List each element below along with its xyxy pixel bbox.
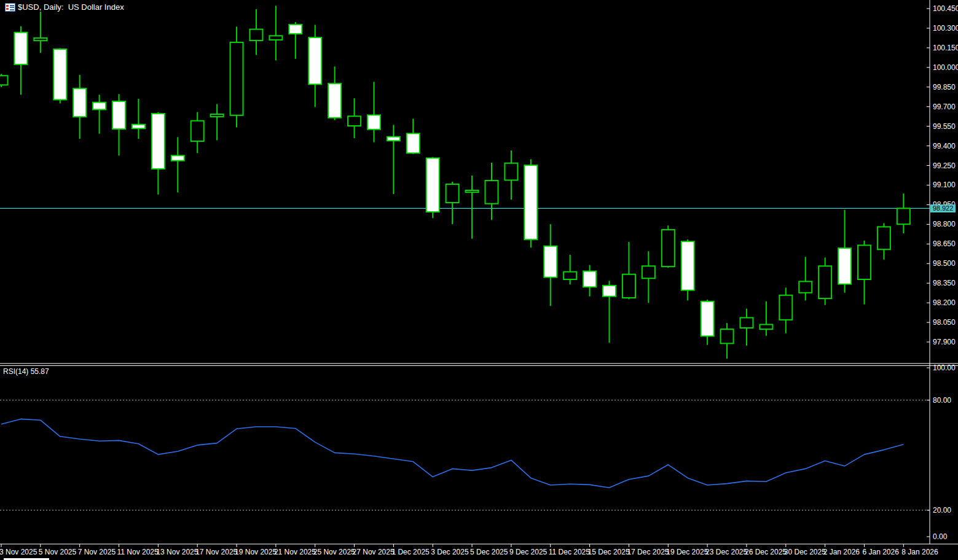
time-axis-label: 5 Dec 2025 — [470, 548, 508, 556]
candle-body-bear — [681, 241, 694, 290]
price-axis-label: 98.800 — [933, 220, 956, 228]
time-axis-label: 7 Nov 2025 — [78, 548, 116, 556]
time-axis-label: 5 Nov 2025 — [39, 548, 77, 556]
candle — [622, 242, 635, 299]
candle — [583, 265, 596, 297]
time-axis-label: 25 Nov 2025 — [313, 548, 355, 556]
candle — [760, 301, 772, 336]
candle-body-bull — [191, 121, 204, 141]
candle-body-bull — [662, 230, 675, 266]
candle-body-bull — [211, 114, 224, 117]
candle — [0, 74, 8, 87]
candle — [132, 99, 145, 139]
candle — [466, 176, 479, 239]
candle — [799, 257, 812, 300]
time-axis-label: 11 Nov 2025 — [117, 548, 159, 556]
time-axis-label: 21 Nov 2025 — [274, 548, 316, 556]
price-axis-label: 99.400 — [933, 142, 956, 150]
price-axis-label: 98.650 — [933, 239, 956, 248]
candle-body-bear — [73, 88, 86, 117]
time-axis-label: 19 Dec 2025 — [666, 548, 708, 556]
candle — [269, 6, 282, 60]
candle-body-bull — [819, 266, 831, 298]
candle-body-bull — [760, 324, 772, 329]
candle-body-bull — [249, 29, 262, 41]
time-axis-label: 26 Dec 2025 — [745, 548, 787, 556]
candle — [211, 104, 224, 140]
candle — [819, 257, 831, 305]
price-axis-label: 98.050 — [933, 318, 956, 327]
price-axis-label: 99.850 — [933, 83, 956, 91]
time-axis-label: 23 Dec 2025 — [705, 548, 747, 556]
price-axis-label: 98.350 — [933, 279, 956, 287]
candle — [446, 182, 459, 224]
candle-body-bull — [799, 281, 812, 292]
candle-body-bear — [93, 103, 106, 110]
time-axis-label: 1 Dec 2025 — [391, 548, 430, 556]
candle — [681, 239, 694, 300]
candle — [348, 98, 361, 138]
price-axis-label: 98.200 — [933, 298, 956, 307]
candle — [858, 241, 871, 305]
candle-body-bear — [387, 137, 400, 141]
bid-price-badge: 98.922 — [930, 204, 956, 212]
candle-body-bear — [426, 158, 439, 212]
candle — [387, 125, 400, 194]
candle — [152, 112, 165, 195]
candle-body-bear — [328, 84, 341, 118]
rsi-axis-label: 0.00 — [933, 532, 948, 541]
candle — [662, 225, 675, 268]
price-axis-label: 97.900 — [933, 338, 956, 346]
time-axis-label: 2 Jan 2026 — [823, 548, 860, 556]
candle-body-bear — [152, 114, 165, 169]
time-axis-label: 19 Nov 2025 — [235, 548, 277, 556]
price-axis-label: 100.150 — [933, 44, 958, 52]
time-axis-label: 3 Nov 2025 — [0, 548, 37, 556]
candle-body-bull — [348, 116, 361, 126]
time-axis-label: 17 Nov 2025 — [195, 548, 237, 556]
symbol-icon — [5, 3, 15, 12]
candle-body-bear — [603, 286, 616, 297]
candle-body-bear — [14, 33, 27, 64]
candle-body-bear — [53, 49, 66, 99]
candle — [838, 210, 851, 293]
candle — [53, 48, 66, 103]
time-axis-label: 9 Dec 2025 — [509, 548, 548, 556]
candle-body-bear — [838, 248, 851, 284]
candle — [230, 26, 243, 127]
candle-body-bear — [407, 133, 420, 153]
chart-window: 100.450100.300100.150100.00099.85099.700… — [0, 0, 958, 560]
price-axis-label: 99.700 — [933, 103, 956, 111]
rsi-axis-label: 100.00 — [933, 364, 956, 372]
candle-body-bull — [642, 266, 655, 278]
candle-body-bear — [701, 301, 714, 336]
candle-body-bull — [485, 181, 498, 204]
candle-body-bear — [544, 246, 557, 278]
candle-body-bear — [583, 271, 596, 287]
candle — [485, 163, 498, 220]
rsi-axis-label: 80.00 — [933, 396, 951, 405]
candle-body-bear — [289, 25, 302, 34]
rsi-indicator-label: RSI(14) 55.87 — [3, 367, 49, 376]
candle-body-bear — [367, 115, 380, 129]
candle — [701, 300, 714, 345]
rsi-axis-label: 20.00 — [933, 506, 951, 515]
candle-body-bear — [524, 165, 537, 239]
price-axis-label: 98.500 — [933, 259, 956, 268]
candle — [191, 112, 204, 154]
candle — [779, 287, 792, 333]
candle — [407, 119, 420, 154]
candle — [544, 224, 557, 306]
time-axis-label: 17 Dec 2025 — [627, 548, 669, 556]
candle — [740, 309, 753, 346]
time-axis-label: 27 Nov 2025 — [353, 548, 395, 556]
candle-body-bull — [446, 184, 459, 203]
candle-body-bull — [721, 329, 734, 343]
chart-title: $USD, Daily: US Dollar Index — [18, 2, 124, 12]
candle — [563, 255, 576, 284]
candle-body-bull — [0, 76, 8, 85]
candle — [328, 66, 341, 120]
candle — [73, 75, 86, 139]
candle-body-bull — [269, 36, 282, 40]
chart-canvas[interactable]: 100.450100.300100.150100.00099.85099.700… — [0, 0, 958, 560]
